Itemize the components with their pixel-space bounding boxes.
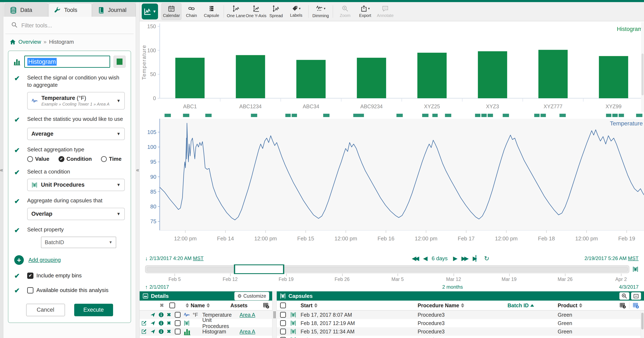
investigate-duration[interactable]: 2 months bbox=[442, 284, 463, 290]
toolbar-dimming-button[interactable]: ▾Dimming bbox=[310, 3, 331, 20]
panel-splitter[interactable] bbox=[272, 292, 277, 338]
selection-left-handle[interactable] bbox=[234, 264, 235, 274]
overlap-dropdown[interactable]: Overlap ▼ bbox=[27, 208, 125, 220]
sort-control[interactable] bbox=[461, 303, 464, 308]
cancel-button[interactable]: Cancel bbox=[26, 304, 65, 316]
radio-circle[interactable] bbox=[101, 156, 107, 162]
info-icon[interactable] bbox=[158, 312, 167, 318]
chart-scrollbar[interactable] bbox=[641, 22, 644, 112]
toolbar-one-lane-button[interactable]: One Lane bbox=[226, 3, 246, 20]
execute-button[interactable]: Execute bbox=[74, 304, 113, 316]
condition-dropdown[interactable]: Unit Procedures ▼ bbox=[27, 179, 125, 191]
row-checkbox[interactable] bbox=[175, 320, 180, 326]
range-duration[interactable]: 6 days bbox=[432, 255, 448, 262]
range-start-tz[interactable]: MST bbox=[193, 256, 204, 261]
capsule-row[interactable]: Feb 18, 2017 12:19 AMProcedure3Green bbox=[277, 319, 644, 327]
details-row-unit-procedures[interactable]: ✖Unit Procedures bbox=[140, 319, 272, 327]
capsules-scrollbar[interactable] bbox=[641, 311, 644, 338]
investigate-end[interactable]: 4/3/2017 bbox=[619, 284, 638, 290]
add-column-icon[interactable] bbox=[263, 302, 269, 308]
tab-data[interactable]: Data bbox=[4, 3, 48, 17]
add-column-icon[interactable] bbox=[620, 302, 626, 308]
tool-name-input[interactable]: Histogram bbox=[24, 56, 110, 68]
step-back-button[interactable]: ◀ bbox=[423, 255, 426, 262]
color-swatch-button[interactable] bbox=[114, 56, 126, 68]
remove-all-icon[interactable]: ✖ bbox=[160, 302, 164, 308]
left-collapse-rail[interactable]: « bbox=[0, 2, 3, 338]
rocket-icon[interactable] bbox=[150, 329, 158, 334]
radio-value[interactable]: Value bbox=[27, 156, 49, 162]
customize-button[interactable]: ⚙ Customize bbox=[234, 292, 269, 300]
sidebar-collapse-rail[interactable]: « bbox=[136, 2, 140, 338]
toolbar-chain-button[interactable]: Chain bbox=[182, 3, 202, 20]
remove-item-icon[interactable]: ✖ bbox=[167, 312, 175, 318]
breadcrumb-overview-link[interactable]: Overview bbox=[18, 39, 41, 45]
capsule-row[interactable]: Feb 17, 2017 8:07 AMProcedure3Green bbox=[277, 310, 644, 319]
radio-circle[interactable] bbox=[27, 156, 33, 162]
step-back-fast-button[interactable]: ◀◀ bbox=[412, 255, 418, 262]
add-condition-column-icon[interactable] bbox=[633, 302, 639, 308]
capsule-checkbox[interactable] bbox=[280, 312, 286, 318]
toolbar-spread-button[interactable]: Spread bbox=[266, 3, 286, 20]
timeline-track[interactable] bbox=[145, 265, 629, 273]
capsule-row[interactable]: Feb 15, 2017 11:43 PMProcedure3Green bbox=[277, 336, 644, 338]
statistic-dropdown[interactable]: Average ▼ bbox=[27, 128, 125, 140]
details-assets-column[interactable]: Assets bbox=[230, 302, 248, 308]
chart-type-button[interactable]: ▼ bbox=[142, 4, 158, 20]
toolbar-one-y-axis-button[interactable]: One Y-Axis bbox=[246, 3, 266, 20]
tab-journal[interactable]: Journal bbox=[92, 3, 136, 17]
chart-area[interactable]: 050100150TemperatureABC1ABC1234ABC34ABC9… bbox=[140, 21, 644, 254]
details-name-column[interactable]: Name bbox=[191, 302, 205, 308]
radio-condition[interactable]: ✔Condition bbox=[58, 156, 92, 162]
property-select[interactable]: BatchID ▼ bbox=[41, 236, 116, 248]
refresh-icon[interactable]: ↻ bbox=[484, 255, 489, 262]
investigate-start[interactable]: 2/1/2017 bbox=[150, 284, 169, 290]
tab-tools[interactable]: Tools bbox=[48, 3, 92, 17]
row-checkbox[interactable] bbox=[175, 312, 180, 318]
radio-time[interactable]: Time bbox=[101, 156, 122, 162]
asset-link[interactable]: Area A bbox=[240, 312, 255, 318]
radio-circle[interactable]: ✔ bbox=[58, 156, 64, 162]
capsules-column-batch-id[interactable]: Batch ID bbox=[508, 302, 558, 308]
capsule-row[interactable]: Feb 15, 2017 11:34 AMProcedure3Green bbox=[277, 327, 644, 336]
include-empty-bins-checkbox[interactable]: ✔ bbox=[27, 272, 34, 279]
edit-icon[interactable] bbox=[141, 320, 150, 326]
capsule-track-button[interactable] bbox=[632, 266, 638, 272]
select-all-checkbox[interactable] bbox=[169, 302, 175, 308]
sort-control[interactable] bbox=[579, 303, 582, 308]
capsule-checkbox[interactable] bbox=[280, 328, 286, 334]
collapse-sidebar-icon[interactable]: « bbox=[136, 167, 139, 173]
remove-item-icon[interactable]: ✖ bbox=[167, 320, 175, 326]
rocket-icon[interactable] bbox=[150, 312, 158, 318]
home-icon[interactable] bbox=[10, 39, 16, 45]
available-outside-checkbox[interactable] bbox=[27, 287, 34, 294]
step-to-end-button[interactable]: ▶▏ bbox=[473, 255, 479, 262]
capsules-column-procedure-name[interactable]: Procedure Name bbox=[418, 302, 508, 308]
row-checkbox[interactable] bbox=[175, 328, 180, 334]
capsules-column-start[interactable]: Start bbox=[300, 302, 418, 308]
capsules-column-product[interactable]: Product bbox=[558, 302, 620, 308]
collapse-left-icon[interactable]: « bbox=[0, 167, 3, 173]
range-end[interactable]: 2/19/2017 5:26 AM MST bbox=[584, 256, 638, 261]
toolbar-export-button[interactable]: ▾Export bbox=[355, 3, 375, 20]
remove-item-icon[interactable]: ✖ bbox=[167, 328, 175, 334]
rocket-icon[interactable] bbox=[150, 320, 158, 326]
toolbar-calendar-button[interactable]: Calendar bbox=[161, 3, 182, 20]
zoom-to-capsule-button[interactable] bbox=[619, 292, 629, 300]
temperature-trend-chart[interactable]: 758085909510010512:00 pmFeb 1412:00 pmFe… bbox=[140, 113, 644, 250]
edit-icon[interactable] bbox=[141, 329, 150, 334]
step-forward-button[interactable]: ▶ bbox=[453, 255, 456, 262]
add-grouping-link[interactable]: Add grouping bbox=[28, 257, 61, 263]
capsule-checkbox[interactable] bbox=[280, 337, 286, 338]
sort-type-control[interactable] bbox=[186, 303, 189, 308]
capsule-checkbox[interactable] bbox=[280, 320, 286, 326]
details-row-histogram[interactable]: ✖HistogramArea A bbox=[140, 327, 272, 336]
selection-right-handle[interactable] bbox=[283, 264, 284, 274]
step-forward-fast-button[interactable]: ▶▶ bbox=[462, 255, 468, 262]
add-grouping-row[interactable]: + Add grouping bbox=[14, 255, 125, 265]
sort-control[interactable] bbox=[314, 303, 318, 308]
toolbar-labels-button[interactable]: ▾Labels bbox=[286, 3, 306, 20]
toolbar-capsule-button[interactable]: Capsule bbox=[202, 3, 222, 20]
timeline-selection-window[interactable] bbox=[234, 264, 284, 274]
asset-link[interactable]: Area A bbox=[240, 328, 255, 335]
